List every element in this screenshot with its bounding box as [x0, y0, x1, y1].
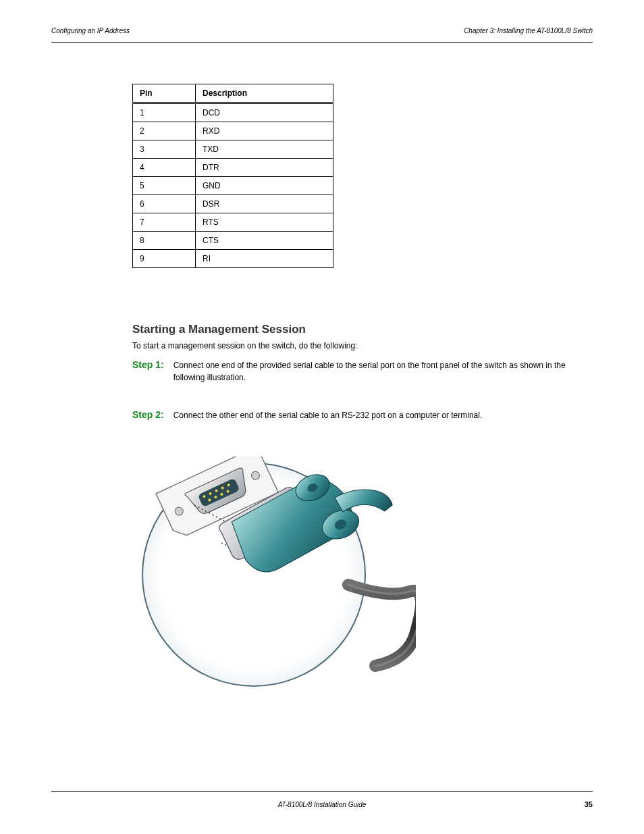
cell-pin: 6	[133, 195, 196, 213]
header-rule	[51, 42, 593, 43]
serial-cable-figure	[132, 457, 416, 713]
table-row: 7RTS	[133, 213, 333, 232]
header-left: Configuring an IP Address	[51, 27, 130, 34]
cell-pin: 2	[133, 122, 196, 140]
pinout-table: Pin Description 1DCD 2RXD 3TXD 4DTR 5GND…	[132, 84, 333, 268]
cell-desc: TXD	[196, 140, 333, 159]
table-row: 2RXD	[133, 122, 333, 140]
table-row: 5GND	[133, 177, 333, 195]
section-intro: To start a management session on the swi…	[132, 340, 589, 352]
cell-desc: DSR	[196, 195, 333, 213]
cell-desc: RXD	[196, 122, 333, 140]
step-row: Step 1: Connect one end of the provided …	[132, 359, 591, 384]
cell-pin: 4	[133, 159, 196, 177]
page: Configuring an IP Address Chapter 3: Ins…	[0, 0, 644, 834]
cell-pin: 5	[133, 177, 196, 195]
cell-desc: RI	[196, 250, 333, 268]
footer-rule	[51, 791, 593, 792]
cell-pin: 9	[133, 250, 196, 268]
step-row: Step 2: Connect the other end of the ser…	[132, 409, 591, 421]
cell-pin: 8	[133, 232, 196, 250]
section-heading: Starting a Management Session	[132, 323, 306, 336]
step1-label: Step 1:	[132, 359, 164, 370]
table-row: 3TXD	[133, 140, 333, 159]
table-row: 1DCD	[133, 103, 333, 122]
page-number: 35	[585, 800, 593, 808]
table-row: 4DTR	[133, 159, 333, 177]
serial-cable-illustration-icon	[132, 457, 416, 713]
col-description: Description	[196, 84, 333, 103]
table-row: 8CTS	[133, 232, 333, 250]
step2-text: Connect the other end of the serial cabl…	[173, 409, 591, 421]
cell-desc: CTS	[196, 232, 333, 250]
table-row: 6DSR	[133, 195, 333, 213]
footer-center: AT-8100L/8 Installation Guide	[0, 801, 644, 808]
cell-pin: 3	[133, 140, 196, 159]
table-header-row: Pin Description	[133, 84, 333, 103]
cell-pin: 7	[133, 213, 196, 232]
table-row: 9RI	[133, 250, 333, 268]
cell-desc: GND	[196, 177, 333, 195]
cell-pin: 1	[133, 103, 196, 122]
header-right: Chapter 3: Installing the AT-8100L/8 Swi…	[464, 27, 593, 34]
step1-text: Connect one end of the provided serial c…	[173, 359, 591, 384]
cell-desc: DTR	[196, 159, 333, 177]
cell-desc: DCD	[196, 103, 333, 122]
cell-desc: RTS	[196, 213, 333, 232]
col-pin: Pin	[133, 84, 196, 103]
step2-label: Step 2:	[132, 409, 164, 420]
